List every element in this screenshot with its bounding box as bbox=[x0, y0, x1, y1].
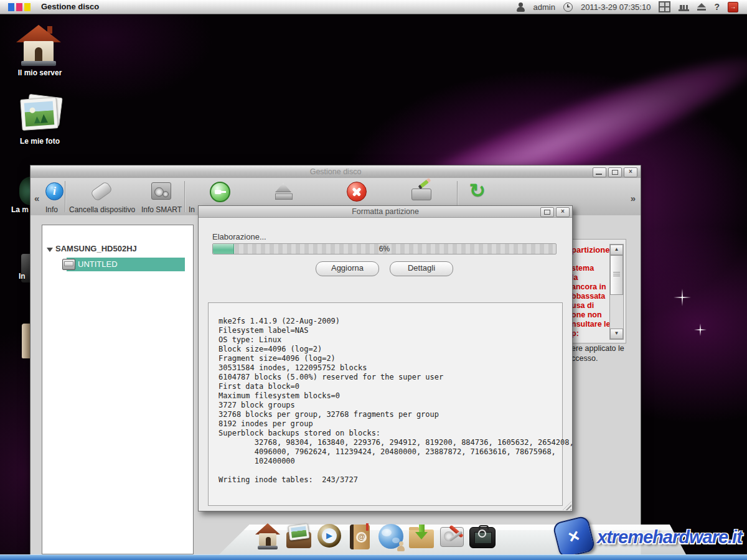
tree-expand-icon[interactable] bbox=[47, 248, 53, 252]
watermark: × xtremehardware.it bbox=[556, 519, 742, 555]
brand-logo-square bbox=[16, 3, 22, 11]
dialog-titlebar[interactable]: Formatta partizione × bbox=[199, 206, 572, 218]
top-taskbar: Gestione disco admin 2011-3-29 07:35:10 … bbox=[0, 0, 747, 14]
dock-icon-download[interactable] bbox=[408, 522, 435, 552]
dock-icon-toolbox[interactable] bbox=[468, 522, 496, 552]
photos-icon bbox=[20, 97, 58, 131]
clock-icon bbox=[563, 2, 573, 12]
eject-icon bbox=[275, 183, 291, 192]
partition-note-text: ere applicato le ccesso. bbox=[571, 343, 626, 363]
dock-icon-home[interactable] bbox=[254, 522, 281, 552]
desktop-icon-label-partial[interactable]: La m bbox=[11, 205, 31, 214]
format-progress-bar: 6% bbox=[212, 243, 557, 254]
toolbar-separator bbox=[184, 181, 185, 212]
minimize-button[interactable] bbox=[593, 167, 606, 177]
close-button[interactable]: × bbox=[624, 167, 637, 177]
pencil-icon bbox=[418, 178, 431, 189]
dialog-maximize-button[interactable] bbox=[540, 207, 554, 217]
toolbar-label: In bbox=[189, 205, 195, 214]
eraser-icon bbox=[90, 181, 113, 202]
dialog-close-button[interactable]: × bbox=[556, 207, 570, 217]
toolbar-scroll-left-icon[interactable]: « bbox=[34, 193, 39, 203]
partition-disk-icon bbox=[62, 259, 75, 270]
logout-icon[interactable]: → bbox=[728, 2, 738, 12]
toolbar-button-eject[interactable] bbox=[275, 183, 292, 199]
toolbar-button-refresh[interactable]: ↻ bbox=[469, 179, 486, 202]
window-title: Gestione disco bbox=[31, 167, 641, 176]
user-icon bbox=[517, 2, 525, 12]
format-partition-dialog: Formatta partizione × Elaborazione... 6%… bbox=[198, 205, 573, 511]
desktop-icon-label-partial[interactable]: In bbox=[19, 272, 31, 281]
scroll-down-icon[interactable]: ▼ bbox=[610, 329, 623, 339]
dock-icon-disk-utility[interactable] bbox=[438, 522, 466, 552]
desktop-icon-label[interactable]: Le mie foto bbox=[0, 137, 80, 146]
logged-in-user[interactable]: admin bbox=[533, 2, 555, 12]
sparkle-decoration bbox=[694, 324, 707, 336]
toolbar-button-delete[interactable] bbox=[347, 182, 367, 202]
tree-item-partition-selected[interactable]: UNTITLED bbox=[78, 259, 118, 269]
eject-icon bbox=[275, 194, 293, 200]
plug-icon bbox=[210, 182, 230, 202]
scrollbar-thumb[interactable] bbox=[610, 255, 623, 295]
desktop-icon-label[interactable]: Il mio server bbox=[0, 68, 80, 77]
tree-item-device[interactable]: SAMSUNG_HD502HJ bbox=[55, 244, 137, 253]
scroll-up-icon[interactable]: ▲ bbox=[610, 245, 623, 255]
desktop-icon-my-server[interactable] bbox=[16, 25, 63, 68]
house-door bbox=[35, 47, 42, 62]
progress-status-label: Elaborazione... bbox=[212, 232, 266, 241]
dock-icon-photos[interactable] bbox=[285, 522, 312, 552]
toolbar-scroll-right-icon[interactable]: » bbox=[631, 193, 636, 203]
taskbar-datetime[interactable]: 2011-3-29 07:35:10 bbox=[581, 2, 651, 12]
brand-logo-square bbox=[8, 3, 14, 11]
taskbar-app-title: Gestione disco bbox=[41, 2, 99, 11]
house-icon bbox=[21, 61, 56, 66]
refresh-button[interactable]: Aggiorna bbox=[316, 261, 379, 276]
watermark-x-logo: × bbox=[552, 515, 596, 559]
hard-disk-icon bbox=[411, 189, 431, 200]
device-tree-panel: SAMSUNG_HD502HJ UNTITLED bbox=[42, 225, 194, 554]
toolbar-button-edit-partition[interactable] bbox=[411, 183, 431, 200]
info-panel-scrollbar[interactable]: ▲ ▼ bbox=[609, 244, 624, 340]
window-titlebar[interactable]: Gestione disco × bbox=[31, 166, 641, 179]
toolbar-label: Info SMART bbox=[141, 205, 182, 214]
house-icon bbox=[16, 25, 61, 42]
details-button[interactable]: Dettagli bbox=[390, 261, 453, 276]
eject-icon[interactable] bbox=[697, 3, 706, 11]
desktop-icon-my-photos[interactable] bbox=[19, 93, 62, 134]
help-icon[interactable]: ? bbox=[714, 2, 720, 12]
toolbar-label: Info bbox=[45, 205, 58, 214]
maximize-button[interactable] bbox=[608, 167, 622, 177]
resize-grip[interactable] bbox=[563, 502, 571, 510]
brand-logo-square bbox=[24, 3, 31, 11]
background-tasks-icon[interactable] bbox=[679, 3, 689, 11]
dock-icon-address-book[interactable]: @ bbox=[346, 522, 374, 552]
watermark-text: xtremehardware.it bbox=[597, 527, 742, 548]
dock-icon-media-player[interactable]: ▶ bbox=[316, 522, 343, 552]
mke2fs-console-output: mke2fs 1.41.9 (22-Aug-2009) Filesystem l… bbox=[209, 303, 562, 485]
sparkle-decoration bbox=[674, 289, 691, 306]
info-icon: i bbox=[45, 182, 63, 200]
window-grid-icon[interactable] bbox=[659, 1, 670, 12]
toolbar-separator bbox=[65, 181, 65, 212]
toolbar-label: Cancella dispositivo bbox=[69, 205, 135, 214]
dock-icon-web[interactable] bbox=[377, 522, 405, 552]
progress-percent-label: 6% bbox=[213, 245, 556, 253]
dialog-title: Formatta partizione bbox=[199, 207, 572, 216]
bottom-edge-bar bbox=[0, 554, 747, 560]
console-output-panel: mke2fs 1.41.9 (22-Aug-2009) Filesystem l… bbox=[208, 302, 563, 506]
hard-disk-icon bbox=[151, 182, 171, 200]
